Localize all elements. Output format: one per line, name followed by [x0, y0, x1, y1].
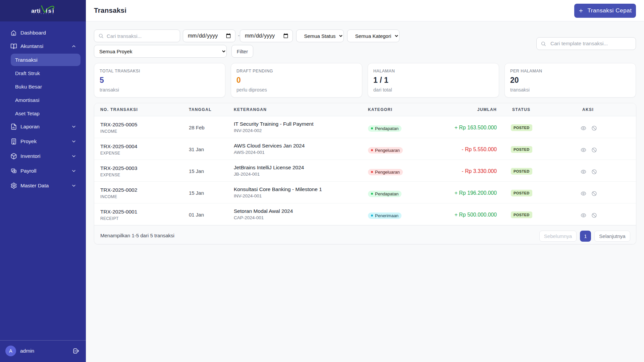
svg-text:I N T E R M E D I A: I N T E R M E D I A	[32, 13, 54, 14]
